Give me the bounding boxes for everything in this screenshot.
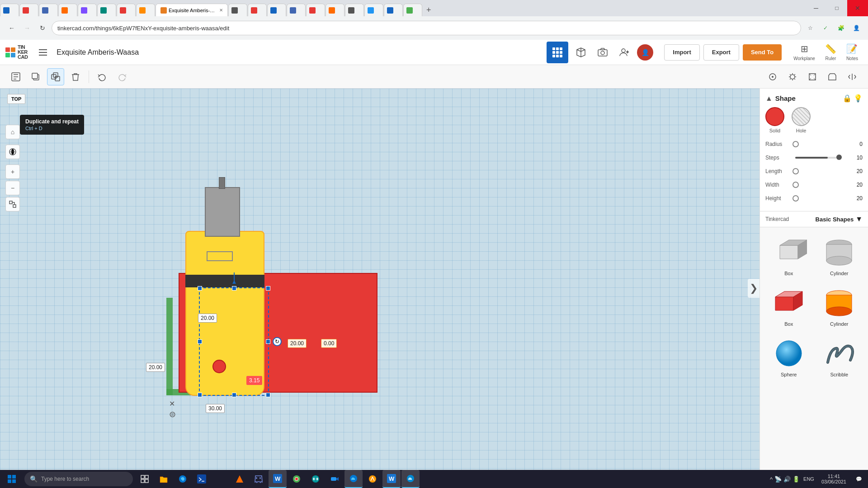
gray-motor[interactable] [205,187,240,237]
tray-up-icon[interactable]: ^ [770,476,773,483]
browser-tab-active[interactable]: Exquisite Amberis-W… ✕ [156,4,228,16]
ruler-btn[interactable]: 📏 Ruler [821,42,841,63]
rotate-handle[interactable]: ↻ [273,337,282,346]
wireframe-btn[interactable] [824,68,841,85]
browser-tab[interactable] [364,4,383,16]
browser-tab[interactable] [326,4,344,16]
sel-handle-tm[interactable] [232,286,236,291]
sel-handle-bm[interactable] [232,393,236,397]
solid-view-btn[interactable] [804,68,821,85]
notification-btn[interactable]: 💬 [852,470,866,488]
height-dot[interactable] [793,195,799,202]
taskbar-app-app5[interactable] [231,470,249,488]
browser-tab[interactable] [403,4,422,16]
network-icon[interactable]: 📡 [774,476,782,483]
taskbar-app-word[interactable]: W [269,470,287,488]
taskbar-app-steam[interactable] [212,470,230,488]
lock-btn[interactable]: 🔒 [843,94,852,103]
sendto-btn[interactable]: Send To [743,44,782,61]
start-btn[interactable] [2,470,22,488]
browser-tab[interactable] [384,4,403,16]
library-dropdown[interactable]: Basic Shapes ▼ [816,215,863,223]
user-avatar[interactable]: 👤 [637,44,653,61]
taskbar-app-app11[interactable] [363,470,382,488]
taskbar-app-edge[interactable] [174,470,192,488]
light-btn[interactable] [784,68,801,85]
hole-option[interactable]: Hole [792,107,811,133]
radius-dot[interactable] [793,141,799,147]
browser-tab[interactable] [267,4,286,16]
browser-tab[interactable] [117,4,136,16]
minimize-btn[interactable]: ─ [806,0,826,16]
taskbar-app-zoom[interactable] [326,470,344,488]
taskbar-search[interactable]: 🔍 Type here to search [24,472,133,486]
forward-btn[interactable]: → [21,22,33,34]
menu-btn[interactable] [37,46,49,59]
sel-handle-tl[interactable] [198,286,202,291]
browser-tab[interactable] [136,4,155,16]
new-tab-btn[interactable]: + [423,4,439,16]
shape-item-cylinder-white[interactable]: Cylinder [816,233,863,280]
light-toggle-btn[interactable]: 💡 [854,94,863,103]
undo-btn[interactable] [94,68,111,85]
duplicate-repeat-btn[interactable] [47,68,64,85]
mirror-btn[interactable] [844,68,861,85]
tab-close-btn[interactable]: ✕ [219,8,223,13]
grid-options-btn[interactable]: ⊜ [169,409,176,419]
taskbar-app-file-explorer[interactable] [155,470,173,488]
taskbar-app-cmd[interactable] [193,470,211,488]
browser-tab[interactable] [58,4,77,16]
3d-view-btn[interactable] [572,43,590,61]
browser-tab[interactable] [248,4,267,16]
bookmark-icon[interactable]: ☆ [804,22,816,34]
solid-option[interactable]: Solid [765,107,784,133]
browser-tab[interactable] [39,4,58,16]
add-user-btn[interactable] [615,43,633,61]
workplane-btn[interactable]: ⊞ Workplane [789,42,820,63]
notes-btn[interactable]: 📝 Notes [842,42,863,63]
camera-btn[interactable] [594,43,612,61]
canvas-area[interactable]: TOP ⌂ + − [0,89,760,488]
redo-btn[interactable] [113,68,131,85]
sel-handle-rm[interactable] [266,339,270,344]
taskbar-app-discord[interactable] [250,470,268,488]
taskbar-app-edge3[interactable] [401,470,420,488]
steps-slider[interactable] [795,157,842,159]
task-view-btn[interactable] [136,470,154,488]
scroll-right-btn[interactable]: ❯ [748,279,760,298]
volume-icon[interactable]: 🔊 [783,476,791,483]
taskbar-app-arduino[interactable] [307,470,325,488]
browser-tab[interactable] [97,4,116,16]
shape-item-scribble[interactable]: Scribble [816,334,863,381]
taskbar-app-edge2[interactable] [344,470,363,488]
export-btn[interactable]: Export [703,44,739,61]
length-dot[interactable] [793,168,799,174]
shape-item-sphere-blue[interactable]: Sphere [765,334,812,381]
address-bar[interactable]: tinkercad.com/things/6kEpW7fENxY-exquisi… [52,21,801,35]
browser-tab[interactable] [228,4,247,16]
extension-icon[interactable]: ✓ [819,22,832,34]
refresh-btn[interactable]: ↻ [36,22,49,34]
sel-handle-tr[interactable] [266,286,270,291]
extensions-icon[interactable]: 🧩 [835,22,847,34]
shape-item-box-white[interactable]: Box [765,233,812,280]
back-btn[interactable]: ← [5,22,18,34]
width-dot[interactable] [793,182,799,188]
profile-icon[interactable]: 👤 [850,22,863,34]
import-btn[interactable]: Import [664,44,699,61]
maximize-btn[interactable]: □ [826,0,847,16]
new-shape-btn[interactable] [7,68,24,85]
copy-btn[interactable] [27,68,44,85]
taskbar-app-word2[interactable]: W [382,470,401,488]
browser-tab[interactable] [19,4,38,16]
collapse-arrow[interactable]: ▲ [765,94,773,103]
delete-btn[interactable] [67,68,84,85]
grid-view-btn[interactable] [547,42,568,63]
sel-handle-bl[interactable] [198,393,202,397]
shape-item-cylinder-orange[interactable]: Cylinder [816,283,863,330]
close-btn[interactable]: ✕ [847,0,868,16]
cancel-placement-btn[interactable]: ✕ [169,399,175,408]
browser-tab[interactable] [306,4,325,16]
tinkercad-logo[interactable]: TINKERCAD [5,45,28,60]
sel-handle-lm[interactable] [198,339,202,344]
